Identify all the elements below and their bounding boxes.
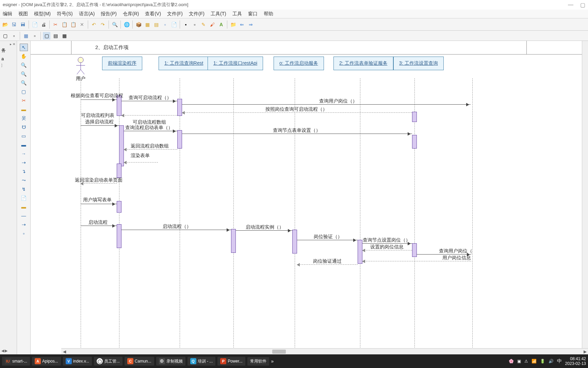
vertical-scrollbar[interactable] [582, 41, 588, 348]
message-tool-icon[interactable]: → [20, 150, 28, 157]
note-tool-icon[interactable]: 📄 [20, 194, 28, 202]
object-icon[interactable]: ▫ [161, 21, 169, 28]
lifeline-setting-query[interactable]: 3: 工作流设置查询 [393, 57, 444, 70]
menu-language[interactable]: 语言(A) [79, 11, 95, 17]
nav-back-icon[interactable]: ⇐ [238, 21, 246, 28]
find-icon[interactable]: 🔍 [111, 21, 118, 28]
menu-model[interactable]: 模型(M) [34, 11, 51, 17]
menu-file[interactable]: 文件(F) [167, 11, 183, 17]
tray-icon[interactable]: ▣ [517, 359, 521, 364]
dependency-tool-icon[interactable]: ⇢ [20, 221, 28, 228]
taskbar-item[interactable]: AApipos... [32, 357, 61, 366]
menu-help[interactable]: 帮助 [264, 11, 273, 17]
clock[interactable]: 08:41:42 2023-02-13 [565, 356, 586, 366]
zoom-region-icon[interactable]: ▢ [20, 88, 28, 95]
lifeline-query-rest[interactable]: 1: 工作流查询Rest [159, 57, 209, 70]
horizontal-scrollbar[interactable]: ◀ ▶ [61, 348, 588, 354]
package-tool-icon[interactable]: ▬ [20, 106, 28, 113]
misc-tool-icon[interactable]: ▫ [20, 230, 28, 237]
taskbar-item[interactable]: Q培训 - ... [187, 357, 216, 366]
tray-icon[interactable]: 🌸 [509, 359, 514, 364]
shape1-icon[interactable]: ▪ [182, 21, 190, 28]
scroll-right-icon[interactable]: ▶ [582, 349, 588, 354]
viewmode4-icon[interactable]: ▤ [52, 32, 59, 40]
menu-window[interactable]: 窗口 [248, 11, 258, 17]
panel-label-2[interactable]: a [1, 56, 15, 61]
taskbar-item[interactable]: 常用软件 [247, 357, 269, 366]
print-icon[interactable]: 🖨 [40, 21, 47, 28]
cut-icon[interactable]: ✂ [52, 21, 59, 28]
taskbar-overflow-icon[interactable]: » [271, 358, 274, 364]
lifeline-frontend[interactable]: 前端渲染程序 [102, 57, 142, 70]
layout1-icon[interactable]: ▢ [1, 32, 9, 40]
text-icon[interactable]: A [217, 21, 225, 28]
class-icon[interactable]: ▦ [144, 21, 151, 28]
viewmode3-icon[interactable]: ▢ [43, 32, 50, 40]
tray-icon[interactable]: ⚠ [524, 359, 528, 364]
menu-repository[interactable]: 仓库(R) [123, 11, 139, 17]
lifeline-start-svc[interactable]: o: 工作流启动服务 [274, 57, 324, 70]
taskbar-item[interactable]: ◯员工管... [94, 357, 122, 366]
zoom-in-icon[interactable]: 🔍 [20, 61, 28, 69]
shape2-icon[interactable]: ▫ [191, 21, 198, 28]
zoom-fit-icon[interactable]: 🔍 [20, 79, 28, 87]
menu-tools2[interactable]: 工具 [232, 11, 242, 17]
lifeline-form-verify[interactable]: 2: 工作流表单验证服务 [333, 57, 393, 70]
package-icon[interactable]: 📦 [135, 21, 142, 28]
copy-icon[interactable]: 📋 [61, 21, 68, 28]
redo-icon[interactable]: ↷ [99, 21, 107, 28]
menu-view[interactable]: 视图 [18, 11, 28, 17]
frame-tool-icon[interactable]: ▬ [20, 141, 28, 149]
nav-fwd-icon[interactable]: ⇒ [247, 21, 255, 28]
taskbar-item[interactable]: Vindex.v... [63, 357, 92, 366]
lifeline-tool-icon[interactable]: ☋ [20, 123, 28, 131]
ime-indicator[interactable]: 中 [557, 358, 562, 364]
menu-edit[interactable]: 编辑 [3, 11, 12, 17]
brush-icon[interactable]: 🖌 [209, 21, 216, 28]
volume-icon[interactable]: 🔊 [549, 359, 554, 364]
layout2-icon[interactable]: ▫ [10, 32, 18, 40]
actor-tool-icon[interactable]: 옷 [20, 114, 28, 122]
wifi-icon[interactable]: 📶 [532, 359, 537, 364]
pointer-tool-icon[interactable]: ↖ [20, 44, 28, 51]
scroll-left-icon[interactable]: ◀ [61, 349, 67, 354]
scroll-thumb[interactable] [272, 350, 286, 354]
taskbar-item[interactable]: ⦿录制视频 [156, 357, 185, 366]
self-msg-tool-icon[interactable]: ↴ [20, 168, 28, 175]
menu-report[interactable]: 报告(P) [101, 11, 117, 17]
delete-icon[interactable]: ✕ [78, 21, 86, 28]
viewmode1-icon[interactable]: ▦ [22, 32, 30, 40]
viewmode2-icon[interactable]: ▫ [31, 32, 38, 40]
minimize-icon[interactable]: — [568, 2, 573, 8]
scroll-right-icon[interactable]: ▶ [5, 349, 7, 353]
battery-icon[interactable]: 🔋 [540, 359, 545, 364]
scissors-icon[interactable]: ✂ [20, 97, 28, 104]
new-icon[interactable]: 📄 [170, 21, 178, 28]
anchor-tool-icon[interactable]: ▬ [20, 203, 28, 211]
destroy-tool-icon[interactable]: ↯ [20, 185, 28, 193]
menu-view2[interactable]: 查看(V) [145, 11, 161, 17]
folder-icon[interactable]: 📁 [229, 21, 237, 28]
scroll-left-icon[interactable]: ◀ [1, 349, 4, 353]
actor-user[interactable]: 用户 [75, 57, 86, 82]
return-tool-icon[interactable]: ⇢ [20, 159, 28, 166]
saveall-icon[interactable]: 🖬 [19, 21, 27, 28]
taskbar-item[interactable]: CCamun... [125, 357, 154, 366]
open-icon[interactable]: 📂 [1, 21, 9, 28]
globe-icon[interactable]: 🌐 [123, 21, 130, 28]
menu-tools[interactable]: 工具(T) [211, 11, 226, 17]
diagram-canvas[interactable]: 2、启动工作项 用户 前端渲染程序 1: 工作流查询Rest 1: 工作流接口r… [31, 41, 588, 354]
save-icon[interactable]: 🖫 [10, 21, 18, 28]
create-msg-tool-icon[interactable]: ⤳ [20, 177, 28, 184]
hand-tool-icon[interactable]: ✋ [20, 52, 28, 60]
panel-label-1[interactable]: 务 [1, 47, 15, 53]
viewmode5-icon[interactable]: ▦ [61, 32, 68, 40]
rect-tool-icon[interactable]: ▭ [20, 132, 28, 140]
maximize-icon[interactable]: ▢ [580, 2, 585, 8]
lifeline-rest-api[interactable]: 1: 工作流接口restApi [208, 57, 263, 70]
taskbar-item[interactable]: PPower... [217, 357, 245, 366]
paste-icon[interactable]: 📋 [69, 21, 77, 28]
taskbar-item[interactable]: IUsmart-... [2, 357, 30, 366]
pencil-icon[interactable]: ✎ [200, 21, 207, 28]
diagram-icon[interactable]: ▤ [152, 21, 160, 28]
